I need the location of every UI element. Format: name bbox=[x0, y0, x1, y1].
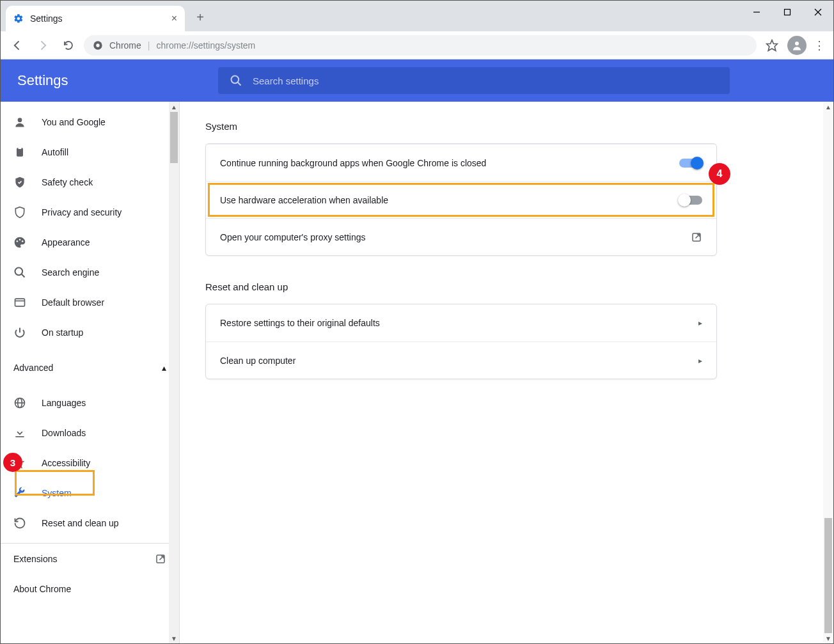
chevron-right-icon: ▸ bbox=[698, 356, 702, 365]
sidebar-footer-extensions[interactable]: Extensions bbox=[1, 544, 179, 574]
sidebar-scroll-thumb[interactable] bbox=[170, 112, 178, 163]
minimize-button[interactable] bbox=[741, 1, 772, 24]
settings-row[interactable]: Use hardware acceleration when available bbox=[206, 181, 716, 218]
toggle-switch[interactable] bbox=[679, 159, 702, 168]
sidebar-item-label: Privacy and security bbox=[42, 207, 122, 217]
scroll-up-icon[interactable]: ▲ bbox=[169, 102, 179, 112]
sidebar-item-reset-and-clean-up[interactable]: Reset and clean up bbox=[1, 508, 169, 538]
scroll-up-icon[interactable]: ▲ bbox=[823, 102, 833, 112]
window-titlebar: Settings × + bbox=[1, 1, 833, 31]
reload-button[interactable] bbox=[58, 35, 79, 56]
restore-icon bbox=[13, 517, 26, 530]
power-icon bbox=[13, 326, 26, 339]
sidebar-item-label: Search engine bbox=[42, 267, 99, 278]
globe-icon bbox=[13, 397, 26, 409]
settings-search-input[interactable] bbox=[253, 75, 718, 86]
sidebar-item-autofill[interactable]: Autofill bbox=[1, 137, 169, 167]
scroll-down-icon[interactable]: ▼ bbox=[823, 633, 833, 643]
sidebar-item-label: Appearance bbox=[42, 237, 90, 247]
settings-main: ▲ ▼ System 4 Continue running background… bbox=[180, 102, 833, 643]
sidebar-item-label: Languages bbox=[42, 398, 86, 408]
sidebar-item-privacy-and-security[interactable]: Privacy and security bbox=[1, 197, 169, 227]
download-icon bbox=[13, 427, 26, 439]
svg-rect-1 bbox=[785, 10, 791, 15]
person-icon bbox=[13, 116, 26, 129]
chrome-product-icon bbox=[93, 40, 103, 51]
settings-row[interactable]: Restore settings to their original defau… bbox=[206, 304, 716, 342]
sidebar-item-search-engine[interactable]: Search engine bbox=[1, 257, 169, 287]
chrome-menu-icon[interactable]: ⋮ bbox=[812, 38, 827, 52]
sidebar-item-label: On startup bbox=[42, 327, 83, 338]
svg-point-10 bbox=[18, 118, 22, 122]
svg-point-13 bbox=[17, 240, 19, 242]
sidebar-item-default-browser[interactable]: Default browser bbox=[1, 287, 169, 317]
row-label: Continue running background apps when Go… bbox=[220, 158, 486, 168]
sidebar-item-label: Autofill bbox=[42, 147, 68, 157]
maximize-button[interactable] bbox=[772, 1, 803, 24]
settings-row[interactable]: Clean up computer▸ bbox=[206, 342, 716, 379]
scroll-down-icon[interactable]: ▼ bbox=[169, 633, 179, 643]
main-scrollbar[interactable]: ▲ ▼ bbox=[823, 102, 833, 643]
sidebar-item-downloads[interactable]: Downloads bbox=[1, 418, 169, 448]
svg-rect-11 bbox=[17, 148, 23, 156]
clipboard-icon bbox=[13, 146, 26, 159]
sidebar-footer-about-chrome[interactable]: About Chrome bbox=[1, 574, 179, 604]
settings-search[interactable] bbox=[218, 67, 730, 94]
url-path: chrome://settings/system bbox=[156, 40, 255, 51]
svg-point-8 bbox=[232, 76, 239, 84]
sidebar-item-label: Default browser bbox=[42, 297, 104, 308]
row-label: Open your computer's proxy settings bbox=[220, 232, 366, 242]
sidebar-footer-label: About Chrome bbox=[13, 584, 71, 594]
sidebar-footer-label: Extensions bbox=[13, 554, 57, 564]
toggle-switch[interactable] bbox=[679, 196, 702, 205]
settings-header: Settings bbox=[1, 59, 833, 102]
sidebar-item-system[interactable]: System bbox=[1, 478, 169, 508]
close-window-button[interactable] bbox=[803, 1, 833, 24]
gear-icon bbox=[13, 13, 24, 24]
new-tab-button[interactable]: + bbox=[191, 8, 209, 26]
settings-row[interactable]: Continue running background apps when Go… bbox=[206, 144, 716, 181]
sidebar-item-label: Reset and clean up bbox=[42, 518, 119, 528]
account-avatar[interactable] bbox=[787, 36, 806, 55]
browser-tab[interactable]: Settings × bbox=[6, 6, 185, 31]
bookmark-star-icon[interactable] bbox=[762, 35, 782, 56]
shield-icon bbox=[13, 206, 26, 219]
forward-button[interactable] bbox=[33, 35, 53, 56]
url-separator: | bbox=[148, 40, 150, 51]
sidebar-item-you-and-google[interactable]: You and Google bbox=[1, 107, 169, 137]
window-controls bbox=[741, 1, 833, 24]
svg-rect-12 bbox=[19, 146, 22, 148]
tab-close-icon[interactable]: × bbox=[171, 13, 177, 24]
sidebar-item-appearance[interactable]: Appearance bbox=[1, 227, 169, 257]
svg-rect-18 bbox=[15, 299, 25, 306]
system-card: 4 Continue running background apps when … bbox=[205, 143, 717, 256]
sidebar-item-on-startup[interactable]: On startup bbox=[1, 317, 169, 347]
row-label: Restore settings to their original defau… bbox=[220, 318, 380, 328]
sidebar-item-label: Accessibility bbox=[42, 458, 90, 468]
address-bar[interactable]: Chrome | chrome://settings/system bbox=[84, 35, 757, 56]
sidebar-item-label: Safety check bbox=[42, 177, 93, 187]
sidebar-scrollbar[interactable]: ▲ ▼ bbox=[169, 102, 179, 643]
external-link-icon bbox=[691, 232, 702, 243]
section-title-system: System bbox=[205, 121, 808, 132]
svg-line-17 bbox=[22, 274, 25, 277]
sidebar-item-label: Downloads bbox=[42, 428, 86, 438]
sidebar-item-accessibility[interactable]: Accessibility bbox=[1, 448, 169, 478]
advanced-section-toggle[interactable]: Advanced ▴ bbox=[1, 352, 179, 382]
external-link-icon bbox=[155, 553, 166, 565]
palette-icon bbox=[13, 236, 26, 249]
back-button[interactable] bbox=[7, 35, 28, 56]
settings-title: Settings bbox=[17, 72, 203, 89]
svg-point-24 bbox=[19, 457, 20, 459]
sidebar-item-label: System bbox=[42, 488, 72, 498]
sidebar-item-safety-check[interactable]: Safety check bbox=[1, 167, 169, 197]
main-scroll-thumb[interactable] bbox=[824, 518, 832, 633]
svg-rect-23 bbox=[15, 436, 24, 437]
settings-row[interactable]: Open your computer's proxy settings bbox=[206, 218, 716, 255]
wrench-icon bbox=[13, 487, 26, 499]
svg-point-5 bbox=[96, 43, 99, 47]
browser-toolbar: Chrome | chrome://settings/system ⋮ bbox=[1, 31, 833, 59]
sidebar-item-label: You and Google bbox=[42, 117, 106, 127]
svg-marker-6 bbox=[767, 40, 778, 51]
sidebar-item-languages[interactable]: Languages bbox=[1, 388, 169, 418]
